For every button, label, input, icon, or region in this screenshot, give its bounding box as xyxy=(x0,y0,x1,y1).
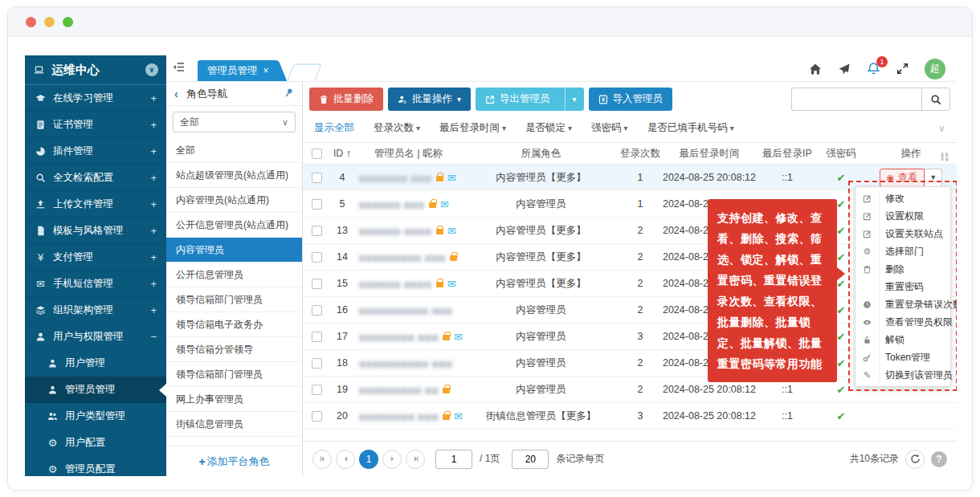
sidebar-subitem-admin-management[interactable]: 管理员管理 xyxy=(25,377,166,403)
role-item[interactable]: 网上办事管理员 xyxy=(166,387,302,412)
search-input[interactable] xyxy=(791,88,921,111)
menu-item-view-admin-permissions[interactable]: 查看管理员权限 xyxy=(855,313,950,331)
collapse-icon[interactable]: − xyxy=(150,331,157,343)
filter-collapse-chevron-icon[interactable]: ∨ xyxy=(938,122,950,134)
role-item[interactable]: 公开信息管理员(站点通用) xyxy=(166,213,302,238)
cell-role[interactable]: 内容管理员 xyxy=(463,383,619,397)
sidebar-item-sms[interactable]: ✉ 手机短信管理 + xyxy=(25,271,166,297)
filter-has-phone[interactable]: 是否已填手机号码▾ xyxy=(647,121,734,135)
sidebar-subitem-user-types[interactable]: 用户类型管理 xyxy=(25,403,166,430)
role-item[interactable]: 全部 xyxy=(166,138,302,163)
sidebar-item-upload-files[interactable]: 上传文件管理 + xyxy=(25,191,166,218)
role-item[interactable]: 领导信箱分管领导 xyxy=(166,337,302,362)
row-checkbox[interactable] xyxy=(312,305,322,316)
row-checkbox[interactable] xyxy=(312,226,322,236)
role-item[interactable]: 站点超级管理员(站点通用) xyxy=(166,163,302,188)
header-logins[interactable]: 登录次数 xyxy=(619,147,661,161)
row-checkbox[interactable] xyxy=(312,358,322,369)
menu-item-token-management[interactable]: Token管理 xyxy=(855,348,950,366)
row-actions-dropdown-toggle[interactable]: ▼ xyxy=(925,169,942,187)
page-size-input[interactable] xyxy=(512,450,549,469)
cell-role[interactable]: 街镇信息管理员【更多】 xyxy=(463,409,619,423)
sidebar-subitem-user-config[interactable]: ⚙ 用户配置 xyxy=(25,430,166,456)
expand-icon[interactable]: + xyxy=(150,225,157,237)
close-button[interactable] xyxy=(26,17,36,27)
filter-show-all[interactable]: 显示全部 xyxy=(314,121,354,135)
menu-item-unlock[interactable]: 解锁 xyxy=(855,331,950,348)
row-checkbox[interactable] xyxy=(312,173,322,183)
role-item[interactable]: 领导信箱电子政务办 xyxy=(166,312,302,337)
row-checkbox[interactable] xyxy=(312,252,322,263)
expand-icon[interactable]: + xyxy=(150,251,157,263)
cell-role[interactable]: 内容管理员 xyxy=(463,356,619,370)
collapse-all-icon[interactable]: ∨ xyxy=(145,63,158,76)
menu-item-set-permissions[interactable]: 设置权限 xyxy=(855,207,950,225)
sidebar-item-templates[interactable]: 模板与风格管理 + xyxy=(25,218,166,244)
select-all-checkbox[interactable] xyxy=(312,149,322,159)
first-page-button[interactable] xyxy=(312,450,332,469)
expand-icon[interactable]: + xyxy=(150,172,157,184)
sidebar-item-plugins[interactable]: 插件管理 + xyxy=(25,138,166,165)
sidebar-header[interactable]: 运维中心 ∨ xyxy=(25,55,166,85)
expand-icon[interactable]: + xyxy=(150,92,157,104)
filter-locked[interactable]: 是否锁定▾ xyxy=(525,121,572,135)
cell-role[interactable]: 内容管理员【更多】 xyxy=(463,171,619,185)
menu-item-switch-to-admin[interactable]: ✎切换到该管理员 xyxy=(855,366,950,384)
notification-bell-icon[interactable]: 1 xyxy=(867,62,880,75)
tab-admin-management[interactable]: 管理员管理 × xyxy=(198,60,276,81)
export-dropdown-toggle[interactable]: ▾ xyxy=(565,88,584,111)
sidebar-item-org-structure[interactable]: 组织架构管理 + xyxy=(25,297,166,324)
sidebar-subitem-user-management[interactable]: 用户管理 xyxy=(25,350,166,377)
row-checkbox[interactable] xyxy=(312,385,322,395)
column-settings-icon[interactable] xyxy=(939,151,950,165)
fullscreen-icon[interactable] xyxy=(896,63,909,75)
cell-role[interactable]: 内容管理员【更多】 xyxy=(463,224,619,238)
menu-item-reset-login-errors[interactable]: 重置登录错误次数 xyxy=(855,295,950,313)
cell-role[interactable]: 内容管理员 xyxy=(463,198,619,211)
minimize-button[interactable] xyxy=(44,17,55,27)
header-name[interactable]: 管理员名 | 昵称 xyxy=(354,147,463,161)
batch-operations-button[interactable]: 批量操作 ▾ xyxy=(388,88,471,111)
role-filter-select[interactable]: 全部 ∨ xyxy=(173,112,296,132)
filter-login-count[interactable]: 登录次数▾ xyxy=(374,121,420,135)
sidebar-item-users-permissions[interactable]: 用户与权限管理 − xyxy=(25,324,166,350)
sidebar-item-payments[interactable]: ¥ 支付管理 + xyxy=(25,244,166,271)
import-admin-button[interactable]: 导入管理员 xyxy=(589,88,673,111)
cell-role[interactable]: 内容管理员 xyxy=(463,330,619,344)
tab-close-icon[interactable]: × xyxy=(263,65,269,76)
expand-icon[interactable]: + xyxy=(150,198,157,210)
refresh-icon[interactable] xyxy=(905,450,925,469)
sidebar-collapse-toggle-icon[interactable] xyxy=(173,61,185,75)
sidebar-item-fulltext-search[interactable]: 全文检索配置 + xyxy=(25,165,166,191)
filter-strong-password[interactable]: 强密码▾ xyxy=(591,121,628,135)
header-last-login-time[interactable]: 最后登录时间 xyxy=(661,147,757,161)
pin-icon[interactable] xyxy=(284,88,294,100)
last-page-button[interactable] xyxy=(406,450,425,469)
sidebar-item-certificates[interactable]: 证书管理 + xyxy=(25,112,166,138)
sidebar-item-online-learning[interactable]: 在线学习管理 + xyxy=(25,85,166,112)
menu-item-edit[interactable]: 修改 xyxy=(855,189,950,207)
role-item[interactable]: 公开信息管理员 xyxy=(166,263,302,287)
menu-item-select-department[interactable]: ⚙选择部门 xyxy=(855,242,950,260)
batch-delete-button[interactable]: 批量删除 xyxy=(309,88,383,111)
filter-last-login-time[interactable]: 最后登录时间▾ xyxy=(439,121,506,135)
menu-item-set-linked-sites[interactable]: 设置关联站点 xyxy=(855,225,950,242)
next-page-button[interactable] xyxy=(382,450,402,469)
send-icon[interactable] xyxy=(838,63,851,75)
role-item-active[interactable]: 内容管理员 xyxy=(166,238,302,263)
expand-icon[interactable]: + xyxy=(150,145,157,157)
expand-icon[interactable]: + xyxy=(150,278,157,290)
menu-item-reset-password[interactable]: 重置密码 xyxy=(855,278,950,295)
current-page-button[interactable]: 1 xyxy=(359,450,378,469)
home-icon[interactable] xyxy=(809,63,822,75)
expand-icon[interactable]: + xyxy=(150,119,157,131)
row-checkbox[interactable] xyxy=(312,199,322,210)
prev-page-button[interactable] xyxy=(336,450,355,469)
help-icon[interactable]: ? xyxy=(931,451,947,467)
expand-icon[interactable]: + xyxy=(150,304,157,316)
cell-role[interactable]: 内容管理员【更多】 xyxy=(463,277,619,291)
cell-role[interactable]: 内容管理员【更多】 xyxy=(463,251,619,264)
view-button[interactable]: ◉查看▼ xyxy=(880,169,943,187)
role-item[interactable]: 内容管理员(站点通用) xyxy=(166,188,302,213)
header-last-login-ip[interactable]: 最后登录IP xyxy=(757,147,817,161)
